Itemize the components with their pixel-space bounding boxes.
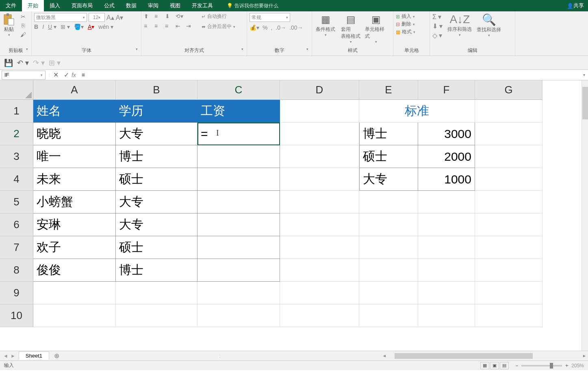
qat-tool-icon[interactable]: ⊞ ▾ — [49, 58, 61, 67]
hscroll-right[interactable]: ► — [582, 354, 586, 358]
increase-decimal-icon[interactable]: .0→ — [276, 24, 286, 31]
row-header-3[interactable]: 3 — [0, 145, 33, 168]
page-break-view-button[interactable]: ▤ — [500, 362, 509, 369]
decrease-font-icon[interactable]: A▾ — [116, 14, 124, 22]
tab-page-layout[interactable]: 页面布局 — [66, 0, 98, 11]
cell-F6[interactable] — [418, 213, 475, 236]
cell-B9[interactable] — [116, 282, 197, 304]
paste-icon[interactable] — [2, 13, 15, 26]
cell-D2[interactable] — [280, 123, 359, 145]
format-cells-button[interactable]: ▦格式▾ — [396, 28, 415, 35]
wrap-text-button[interactable]: ↵自动换行 — [202, 13, 235, 20]
cell-B7[interactable]: 硕士 — [116, 236, 197, 259]
cell-D9[interactable] — [280, 282, 359, 304]
cell-F10[interactable] — [418, 304, 475, 327]
enter-button[interactable]: ✓ — [61, 71, 72, 79]
delete-cells-button[interactable]: ⊟删除▾ — [396, 21, 415, 28]
cell-G8[interactable] — [475, 259, 542, 282]
cell-D8[interactable] — [280, 259, 359, 282]
fill-color-button[interactable]: 🪣▾ — [74, 24, 84, 30]
tab-home[interactable]: 开始 — [22, 0, 44, 11]
cell-B2[interactable]: 大专 — [116, 123, 197, 145]
zoom-out-button[interactable]: − — [515, 363, 518, 369]
add-sheet-button[interactable]: ⊕ — [54, 352, 59, 360]
bold-button[interactable]: B — [34, 24, 38, 30]
format-as-table-button[interactable]: ▤ 套用 表格格式▾ — [340, 13, 362, 44]
decrease-indent-icon[interactable]: ⇤ — [176, 23, 183, 30]
font-size-select[interactable]: 12▾ — [89, 13, 105, 22]
percent-button[interactable]: % — [263, 24, 267, 31]
cell-F9[interactable] — [418, 282, 475, 304]
cell-G10[interactable] — [475, 304, 542, 327]
cell-A3[interactable]: 唯一 — [33, 145, 116, 168]
align-right-icon[interactable]: ≡ — [165, 23, 172, 30]
row-header-8[interactable]: 8 — [0, 259, 33, 282]
row-header-5[interactable]: 5 — [0, 191, 33, 213]
cell-F4[interactable]: 1000 — [418, 168, 475, 191]
align-center-icon[interactable]: ≡ — [154, 23, 162, 30]
cell-A2[interactable]: 晓晓 — [33, 123, 116, 145]
col-header-C[interactable]: C — [197, 80, 280, 100]
cell-B10[interactable] — [116, 304, 197, 327]
cell-G1[interactable] — [475, 100, 542, 123]
cell-B3[interactable]: 博士 — [116, 145, 197, 168]
paste-dropdown[interactable]: ▾ — [8, 33, 10, 37]
cell-B8[interactable]: 博士 — [116, 259, 197, 282]
sheet-nav-prev[interactable]: ◄ — [3, 353, 8, 359]
fill-button[interactable]: ⬇ ▾ — [432, 22, 443, 30]
increase-indent-icon[interactable]: ⇥ — [186, 23, 193, 30]
find-select-button[interactable]: 🔍 查找和选择▾ — [477, 13, 501, 37]
cell-A9[interactable] — [33, 282, 116, 304]
row-header-4[interactable]: 4 — [0, 168, 33, 191]
vertical-scrollbar[interactable] — [581, 80, 588, 351]
cell-C10[interactable] — [197, 304, 280, 327]
cell-G9[interactable] — [475, 282, 542, 304]
underline-button[interactable]: U ▾ — [48, 24, 56, 30]
zoom-in-button[interactable]: + — [565, 363, 568, 369]
font-name-select[interactable]: 微软雅黑▾ — [34, 13, 87, 22]
row-header-9[interactable]: 9 — [0, 282, 33, 304]
insert-cells-button[interactable]: ⊞插入▾ — [396, 13, 415, 20]
col-header-A[interactable]: A — [33, 80, 116, 100]
zoom-level[interactable]: 205% — [571, 363, 584, 369]
cell-G5[interactable] — [475, 191, 542, 213]
cell-A10[interactable] — [33, 304, 116, 327]
row-header-10[interactable]: 10 — [0, 304, 33, 327]
cell-B6[interactable]: 大专 — [116, 213, 197, 236]
autosum-button[interactable]: Σ ▾ — [432, 13, 443, 21]
comma-button[interactable]: , — [271, 24, 272, 31]
cell-C6[interactable] — [197, 213, 280, 236]
cell-G6[interactable] — [475, 213, 542, 236]
merge-center-button[interactable]: ⬌合并后居中▾ — [202, 23, 235, 30]
cell-A5[interactable]: 小螃蟹 — [33, 191, 116, 213]
orientation-icon[interactable]: ⟲▾ — [176, 13, 183, 20]
font-color-button[interactable]: A▾ — [88, 24, 94, 30]
cell-A6[interactable]: 安琳 — [33, 213, 116, 236]
cell-E3[interactable]: 硕士 — [359, 145, 418, 168]
cell-D1[interactable] — [280, 100, 359, 123]
zoom-slider-thumb[interactable] — [550, 363, 553, 369]
decrease-decimal-icon[interactable]: .00→ — [289, 24, 303, 31]
row-header-2[interactable]: 2 — [0, 123, 33, 145]
tab-formulas[interactable]: 公式 — [98, 0, 120, 11]
row-header-7[interactable]: 7 — [0, 236, 33, 259]
tab-review[interactable]: 审阅 — [142, 0, 164, 11]
cell-E7[interactable] — [359, 236, 418, 259]
zoom-slider-track[interactable] — [521, 365, 562, 367]
col-header-E[interactable]: E — [359, 80, 418, 100]
currency-button[interactable]: 💰▾ — [250, 24, 259, 31]
col-header-F[interactable]: F — [418, 80, 475, 100]
tab-view[interactable]: 视图 — [164, 0, 186, 11]
cell-E5[interactable] — [359, 191, 418, 213]
cell-A4[interactable]: 未来 — [33, 168, 116, 191]
cell-G3[interactable] — [475, 145, 542, 168]
cell-D5[interactable] — [280, 191, 359, 213]
save-icon[interactable]: 💾 — [4, 58, 13, 67]
expand-formula-bar[interactable]: ▾ — [580, 73, 588, 77]
col-header-G[interactable]: G — [475, 80, 542, 100]
cell-A1[interactable]: 姓名 — [33, 100, 116, 123]
cell-E10[interactable] — [359, 304, 418, 327]
cell-F3[interactable]: 2000 — [418, 145, 475, 168]
cell-F7[interactable] — [418, 236, 475, 259]
formula-input[interactable]: = — [79, 72, 580, 78]
